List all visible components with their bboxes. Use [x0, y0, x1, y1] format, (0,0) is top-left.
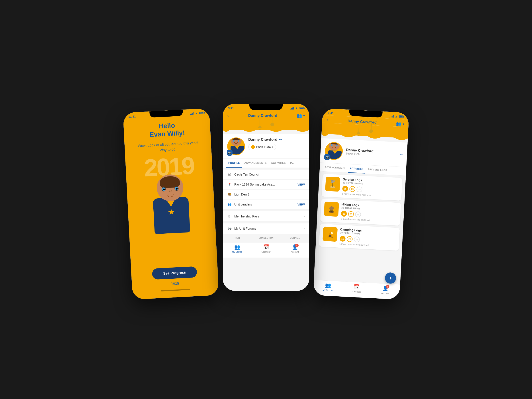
nav-scouts[interactable]: 👥 My Scouts — [223, 244, 252, 253]
service-logs-card[interactable]: Service Logs 20 TOTAL HOURS 15 25 35 5 m… — [321, 174, 402, 201]
scout-eye-right — [174, 186, 179, 191]
battery-icon-3 — [399, 115, 404, 118]
drip-bottom — [223, 128, 309, 134]
profile-screen: 9:41 ▲ ‹ Danny Crawford 👥 ▾ — [223, 104, 309, 291]
account-badge: 👤 5 — [292, 244, 298, 250]
badge-15-service: 15 — [342, 185, 348, 191]
battery-icon — [199, 112, 204, 114]
tab-activities[interactable]: ACTIVITIES — [269, 159, 288, 168]
medal-decorations — [258, 115, 274, 130]
camping-logs-card[interactable]: Camping Logs 20 TOTAL CAMPS 15 25 35 5 m… — [319, 224, 400, 251]
edit-icon-3[interactable]: ✏ — [399, 152, 403, 157]
leaders-view-link[interactable]: VIEW — [298, 203, 305, 206]
status-icons-3: ▲ — [390, 114, 404, 118]
welcome-content: Hello Evan Willy! Wow! Look at all you e… — [123, 115, 216, 236]
tab-advancements-3[interactable]: ADVANCEMENTS — [323, 163, 347, 173]
bottom-tab-1[interactable]: TION — [223, 234, 252, 242]
dropdown-icon[interactable]: ▾ — [303, 114, 305, 117]
tab-advancements[interactable]: ADVANCEMENTS — [242, 159, 269, 168]
time-2: 9:41 — [228, 106, 234, 110]
pack-chevron-icon: ▾ — [272, 146, 273, 149]
mini-torso — [231, 146, 244, 155]
back-button-3[interactable]: ‹ — [327, 117, 329, 123]
nav-calendar-3[interactable]: 📅 Calendar — [342, 283, 371, 294]
list-item-forums[interactable]: 💬 My Unit Forums › — [223, 223, 309, 234]
council-icon: 🏛 — [227, 173, 232, 176]
account-badge-count: 5 — [295, 244, 298, 247]
tab-activities-3[interactable]: ACTIVITIES — [348, 164, 365, 174]
badge-35-service: 35 — [356, 186, 362, 192]
pack-view-link[interactable]: VIEW — [298, 183, 305, 186]
membership-text: Membership Pass — [234, 215, 301, 218]
bottom-nav-2: 👥 My Scouts 📅 Calendar 👤 5 Account — [223, 242, 309, 258]
account-badge-3: 👤 5 — [382, 285, 389, 291]
list-item-leaders: 👥 Unit Leaders VIEW — [223, 200, 309, 209]
back-button[interactable]: ‹ — [227, 113, 229, 119]
wifi-icon: ▲ — [195, 112, 198, 115]
account-label-3: Account — [381, 292, 389, 295]
badge-35-camping: 35 — [354, 236, 360, 242]
edit-icon[interactable]: ✏ — [279, 138, 282, 141]
welcome-screen: 11:11 ▲ Hello Evan Willy! — [123, 108, 219, 299]
account-label: Account — [291, 251, 299, 253]
den-icon: 🦁 — [227, 193, 232, 196]
scout-eye-left — [162, 187, 166, 191]
header-right: 👥 ▾ — [297, 113, 305, 118]
bottom-tab-2[interactable]: CONNECTION — [252, 234, 280, 242]
profile-name-section: Danny Crawford ✏ Pack 1234 ▾ — [248, 137, 305, 150]
nav-scouts-3[interactable]: 👥 My Scouts — [313, 282, 342, 292]
scout-mouth — [167, 194, 174, 197]
camera-button-3[interactable]: 📷 — [324, 154, 330, 160]
location-icon: 📍 — [227, 183, 232, 186]
hiking-logs-card[interactable]: Hiking Logs 20 TOTAL MILES 15 25 35 5 mo… — [320, 199, 401, 226]
group-icon-3: 👥 — [396, 121, 402, 127]
wifi-icon-3: ▲ — [395, 115, 398, 118]
status-icons-2: ▲ — [290, 106, 304, 110]
svg-point-4 — [329, 206, 334, 210]
pack-selector[interactable]: Pack 1234 ▾ — [248, 144, 276, 150]
status-icons: ▲ — [190, 111, 204, 115]
nav-account-3[interactable]: 👤 5 Account — [371, 285, 400, 295]
profile-name: Danny Crawford ✏ — [248, 137, 305, 142]
profile-name-header-3: 📷 Danny Crawford Pack 1234 ✏ — [320, 138, 407, 167]
forums-text: My Unit Forums — [234, 227, 301, 230]
phone-welcome: 11:11 ▲ Hello Evan Willy! — [123, 108, 219, 299]
forums-icon: 💬 — [227, 227, 232, 230]
dropdown-icon-3[interactable]: ▾ — [403, 122, 404, 126]
pack-name: Pack 1234 — [256, 145, 271, 149]
welcome-title: Hello Evan Willy! — [149, 121, 185, 139]
badge-25-camping: 25 — [347, 236, 353, 242]
signal-icon-3 — [390, 115, 394, 118]
avatar-wrapper-3: 📷 — [324, 142, 343, 160]
scouts-icon: 👥 — [234, 244, 240, 250]
tab-payment-logs[interactable]: PAYMENT LOGS — [366, 165, 389, 175]
camera-button[interactable]: 📷 — [227, 150, 233, 156]
list-item-den: 🦁 Lion Den 3 — [223, 190, 309, 200]
pack-diamond-icon — [250, 145, 256, 150]
see-progress-button[interactable]: See Progress — [152, 266, 197, 280]
nav-account[interactable]: 👤 5 Account — [280, 244, 309, 253]
section-gap-2 — [223, 222, 309, 223]
account-badge-count-3: 5 — [386, 285, 389, 289]
battery-icon-2 — [299, 107, 304, 109]
badge-25-service: 25 — [349, 186, 355, 192]
gold-drip-section — [223, 119, 309, 130]
tab-profile[interactable]: PROFILE — [226, 159, 242, 168]
time-3: 9:41 — [328, 111, 334, 115]
badge-25-hiking: 25 — [348, 211, 354, 217]
section-gap-1 — [223, 209, 309, 211]
bottom-tab-3[interactable]: CONNE... — [280, 234, 309, 242]
tab-more[interactable]: P... — [288, 159, 296, 168]
time-display: 11:11 — [128, 115, 136, 119]
profile-info-section: 📷 Danny Crawford ✏ Pack 1234 ▾ — [223, 134, 309, 159]
svg-rect-8 — [329, 235, 331, 237]
nav-calendar[interactable]: 📅 Calendar — [252, 244, 280, 253]
calendar-label-3: Calendar — [352, 290, 361, 293]
badge-35-hiking: 35 — [355, 211, 361, 217]
leaders-icon: 👥 — [227, 203, 232, 206]
badge-15-camping: 15 — [340, 236, 346, 242]
skip-link[interactable]: Skip — [171, 281, 179, 285]
calendar-icon: 📅 — [263, 244, 269, 250]
mini-head — [231, 138, 242, 146]
list-item-membership[interactable]: 🖥 Membership Pass › — [223, 211, 309, 222]
